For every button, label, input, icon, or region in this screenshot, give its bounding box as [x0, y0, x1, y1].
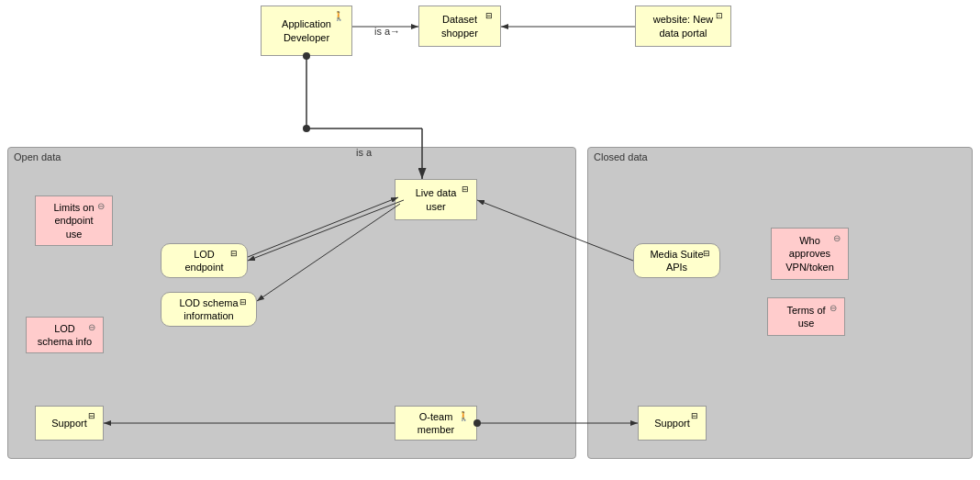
website-portal-label: website: Newdata portal — [653, 13, 713, 39]
cylinder-icon-sr: ⊟ — [691, 411, 698, 420]
minus-icon-wa: ⊖ — [833, 233, 841, 243]
lod-endpoint-node[interactable]: ⊟ LODendpoint — [161, 243, 248, 278]
cylinder-icon-lod: ⊟ — [230, 249, 238, 258]
lod-schema-info-pink-label: LODschema info — [38, 322, 92, 349]
open-data-label: Open data — [14, 151, 61, 162]
cylinder-icon-lsi: ⊟ — [239, 297, 247, 307]
cylinder-icon-ldu: ⊟ — [462, 184, 469, 194]
diagram-container: Open data Closed data 🚶 ApplicationDevel… — [0, 0, 980, 480]
lod-endpoint-label: LODendpoint — [184, 248, 223, 274]
minus-icon-le: ⊖ — [97, 201, 105, 211]
terms-of-use-node[interactable]: ⊖ Terms ofuse — [767, 297, 845, 336]
lod-schema-info-node[interactable]: ⊟ LOD schemainformation — [161, 292, 257, 327]
limits-endpoint-node[interactable]: ⊖ Limits onendpointuse — [35, 195, 113, 246]
cylinder-icon-ds: ⊟ — [485, 11, 493, 20]
support-left-node[interactable]: ⊟ Support — [35, 406, 104, 441]
cylinder-icon-msa: ⊟ — [703, 249, 710, 258]
support-left-label: Support — [51, 417, 87, 430]
oteam-member-label: O-teammember — [418, 410, 454, 437]
live-data-user-label: Live datauser — [416, 186, 457, 213]
oteam-member-node[interactable]: 🚶 O-teammember — [395, 406, 477, 441]
minus-icon-tou: ⊖ — [830, 303, 837, 313]
closed-data-label: Closed data — [594, 151, 648, 162]
support-right-label: Support — [654, 417, 690, 430]
lod-schema-info-pink-node[interactable]: ⊖ LODschema info — [26, 317, 104, 353]
live-data-user-node[interactable]: ⊟ Live datauser — [395, 179, 477, 220]
who-approves-node[interactable]: ⊖ WhoapprovesVPN/token — [771, 228, 849, 280]
dataset-shopper-label: Datasetshopper — [441, 13, 478, 39]
doc-icon: ⊡ — [716, 11, 723, 20]
app-developer-node[interactable]: 🚶 ApplicationDeveloper — [261, 6, 352, 56]
lod-schema-info-label: LOD schemainformation — [179, 296, 238, 323]
minus-icon-lsp: ⊖ — [88, 322, 95, 332]
who-approves-label: WhoapprovesVPN/token — [785, 234, 834, 273]
support-right-node[interactable]: ⊟ Support — [638, 406, 707, 441]
svg-point-15 — [303, 125, 310, 132]
is-a-label-2: is a — [356, 147, 372, 158]
person-icon-ot: 🚶 — [458, 411, 469, 421]
cylinder-icon-sl: ⊟ — [88, 411, 95, 420]
media-suite-apis-node[interactable]: ⊟ Media SuiteAPIs — [633, 243, 720, 278]
app-developer-label: ApplicationDeveloper — [282, 17, 331, 44]
website-portal-node[interactable]: ⊡ website: Newdata portal — [635, 6, 731, 47]
terms-of-use-label: Terms ofuse — [786, 304, 825, 330]
person-icon: 🚶 — [333, 11, 344, 21]
media-suite-apis-label: Media SuiteAPIs — [650, 248, 703, 274]
is-a-label-1: is a→ — [374, 26, 400, 37]
dataset-shopper-node[interactable]: ⊟ Datasetshopper — [418, 6, 501, 47]
limits-endpoint-label: Limits onendpointuse — [53, 201, 94, 240]
